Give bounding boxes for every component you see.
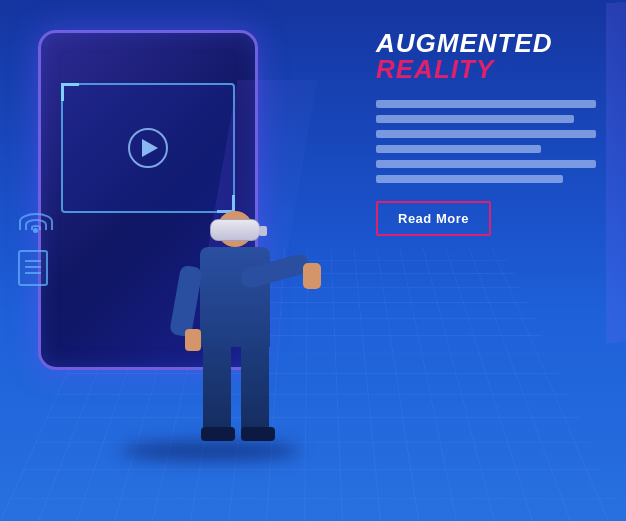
text-line-6 (376, 175, 563, 183)
title-line2: REALITY (376, 56, 596, 82)
document-icon (18, 250, 48, 286)
main-scene: AUGMENTED REALITY Read More (0, 0, 626, 521)
text-line-4 (376, 145, 541, 153)
text-line-5 (376, 160, 596, 168)
wifi-icon (18, 200, 54, 230)
character-body (200, 247, 270, 347)
character-legs (203, 341, 269, 435)
vr-headset (210, 219, 260, 241)
play-icon (142, 139, 158, 157)
text-lines-container (376, 100, 596, 183)
text-line-3 (376, 130, 596, 138)
wifi-dot (33, 228, 38, 233)
info-panel: AUGMENTED REALITY Read More (376, 30, 596, 236)
text-line-1 (376, 100, 596, 108)
video-player (61, 83, 235, 213)
left-icons (18, 200, 54, 286)
hand-left (303, 263, 321, 289)
title-line1: AUGMENTED (376, 30, 596, 56)
phone-reflection (606, 0, 626, 343)
person-character (175, 211, 295, 441)
floor-shadow (120, 441, 300, 461)
arm-right (169, 265, 203, 338)
shoe-right (241, 427, 275, 441)
leg-right (241, 341, 269, 431)
read-more-button[interactable]: Read More (376, 201, 491, 236)
text-line-2 (376, 115, 574, 123)
leg-left (203, 341, 231, 431)
hand-right (185, 329, 201, 351)
shoe-left (201, 427, 235, 441)
play-button[interactable] (128, 128, 168, 168)
